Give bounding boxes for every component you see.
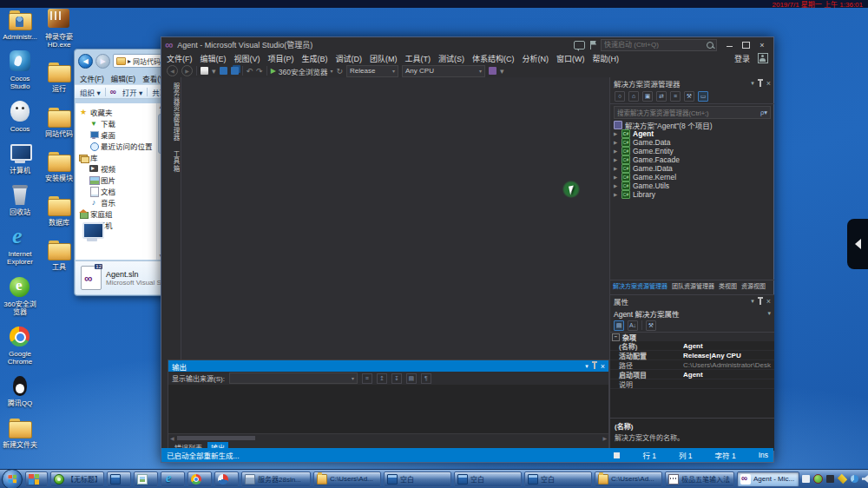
save-icon[interactable]	[220, 67, 227, 75]
scroll-left-icon[interactable]: ◀	[170, 435, 174, 441]
close-icon[interactable]: ×	[766, 297, 771, 306]
property-row[interactable]: 启动项目 Agent	[610, 370, 774, 379]
alphabetical-icon[interactable]: A↓	[628, 320, 638, 331]
minimize-button[interactable]	[721, 39, 737, 50]
taskbar-button[interactable]	[214, 472, 239, 487]
desktop-icon[interactable]: 工具	[40, 239, 78, 271]
menu-item[interactable]: 生成(B)	[302, 53, 328, 64]
property-row[interactable]: 路径 C:\Users\Administrator\Desk	[610, 360, 774, 370]
explorer-nav-item[interactable]: 图片	[76, 174, 156, 185]
expander-icon[interactable]: ▶	[614, 157, 619, 162]
menu-item[interactable]: 项目(P)	[268, 53, 294, 64]
pin-icon[interactable]	[594, 363, 595, 369]
taskbar-button[interactable]	[134, 472, 158, 487]
new-file-icon[interactable]	[201, 67, 208, 75]
collapse-all-icon[interactable]: ≡	[670, 91, 681, 102]
taskbar-button[interactable]	[187, 472, 212, 487]
home-icon[interactable]: ⌂	[628, 91, 639, 102]
output-text-area[interactable]	[168, 385, 608, 433]
desktop-icon[interactable]: Internet Explorer	[2, 226, 38, 266]
close-icon[interactable]: ×	[601, 362, 605, 371]
sidebar-expand-tab[interactable]	[847, 219, 868, 269]
quick-launch-input[interactable]	[602, 41, 707, 49]
explorer-nav-item[interactable]: 库	[76, 151, 156, 162]
taskbar-button[interactable]: 极品五笔输入法	[665, 472, 734, 487]
desktop-icon[interactable]: Cocos	[2, 101, 38, 133]
taskbar-button[interactable]: 服务器28sln...	[241, 472, 311, 487]
desktop-icon[interactable]: 安装模块	[40, 150, 78, 182]
explorer-nav-item[interactable]: 最近访问的位置	[76, 140, 156, 151]
quick-launch-box[interactable]	[601, 39, 717, 51]
desktop-icon[interactable]: 计算机	[2, 142, 38, 175]
desktop-icon[interactable]: 360安全浏览器	[2, 276, 38, 316]
menu-item[interactable]: 窗口(W)	[556, 53, 585, 64]
navigate-back-icon[interactable]: ◀	[167, 65, 178, 76]
start-button[interactable]	[2, 469, 23, 488]
desktop-icon[interactable]: 网站代码	[40, 106, 78, 138]
switch-views-icon[interactable]: ▣	[642, 91, 653, 102]
scroll-right-icon[interactable]: ▶	[602, 435, 607, 441]
expander-icon[interactable]: ▶	[614, 183, 619, 188]
visual-studio-window[interactable]: ∞ Agent - Microsoft Visual Studio(管理员) ×…	[161, 36, 774, 463]
expander-icon[interactable]: ▶	[614, 192, 619, 197]
pin-icon[interactable]	[760, 81, 761, 87]
solution-tree-project[interactable]: ▶ Agent	[610, 129, 774, 138]
taskbar-button[interactable]: 【无标题】...	[50, 472, 104, 487]
maximize-button[interactable]	[738, 39, 753, 50]
properties-category-row[interactable]: − 杂项	[610, 333, 774, 341]
property-row[interactable]: (名称) Agent	[610, 341, 774, 351]
update-tray-icon[interactable]	[851, 475, 858, 483]
volume-icon[interactable]	[862, 475, 868, 483]
menu-item[interactable]: 文件(F)	[167, 53, 193, 64]
save-all-icon[interactable]	[231, 67, 239, 75]
tool-window-tab[interactable]: 团队资源管理器	[672, 281, 714, 290]
solution-platform-dropdown[interactable]: Any CPU▾	[402, 65, 485, 77]
taskbar-button[interactable]: 空白	[524, 472, 592, 487]
taskbar-button[interactable]: C:\Users\Ad...	[595, 472, 662, 487]
expander-icon[interactable]: ▶	[614, 148, 619, 154]
back-icon[interactable]: ○	[615, 91, 625, 102]
explorer-nav-item[interactable]: 家庭组	[76, 208, 156, 219]
desktop-icon[interactable]: 腾讯QQ	[2, 375, 38, 407]
desktop-icon[interactable]: Google Chrome	[2, 326, 38, 366]
user-account-icon[interactable]	[758, 53, 768, 63]
taskbar-button[interactable]	[161, 472, 185, 487]
desktop-icon[interactable]: 数据库	[40, 195, 78, 227]
tool-window-tab[interactable]: 资源视图	[741, 281, 766, 290]
scrollbar-thumb[interactable]	[177, 436, 255, 440]
desktop-icon[interactable]: 回收站	[2, 184, 38, 216]
back-icon[interactable]: ◀	[78, 54, 93, 69]
window-position-icon[interactable]: ▾	[751, 298, 754, 305]
desktop-icon[interactable]: 新建文件夹	[2, 417, 38, 449]
properties-icon[interactable]: ⚒	[684, 91, 694, 102]
taskbar-button[interactable]: C:\Users\Ad...	[313, 472, 381, 487]
solution-explorer-title-bar[interactable]: 解决方案资源管理器 ▾ ×	[610, 77, 774, 89]
side-tab[interactable]: 工具箱	[161, 150, 181, 173]
categorized-icon[interactable]: ▤	[614, 320, 624, 331]
expander-icon[interactable]: ▶	[614, 140, 619, 145]
solution-config-dropdown[interactable]: Release▾	[346, 65, 398, 77]
forward-icon[interactable]: ▶	[95, 54, 110, 69]
solution-root-row[interactable]: 解决方案"Agent"(8 个项目)	[610, 121, 774, 129]
close-icon[interactable]: ×	[766, 79, 771, 88]
property-row[interactable]: 说明	[610, 379, 774, 389]
sign-in-link[interactable]: 登录	[734, 53, 750, 64]
output-source-dropdown[interactable]: ▾	[229, 373, 358, 384]
pin-icon[interactable]	[760, 299, 761, 305]
refresh-icon[interactable]: ↻	[336, 67, 343, 76]
tool-window-tab[interactable]: 类视图	[719, 281, 737, 290]
solution-search-box[interactable]: 搜索解决方案资源管理器(Ctrl+;) ρ▾	[614, 106, 771, 119]
solution-tree-project[interactable]: ▶ Game.Entity	[610, 147, 774, 155]
expander-icon[interactable]: ▶	[614, 175, 619, 180]
output-hscrollbar[interactable]: ◀ ▶	[168, 433, 608, 442]
word-wrap-icon[interactable]: ¶	[421, 373, 431, 384]
redo-icon[interactable]: ↷	[256, 67, 263, 76]
properties-object-selector[interactable]: Agent 解决方案属性 ▾	[610, 307, 774, 319]
menu-item[interactable]: 编辑(E)	[201, 53, 227, 64]
menu-item[interactable]: 调试(D)	[336, 53, 363, 64]
find-message-icon[interactable]: ≡	[362, 373, 372, 384]
attach-icon[interactable]	[489, 67, 496, 75]
solution-tree-project[interactable]: ▶ Game.Utils	[610, 181, 774, 190]
security-shield-icon[interactable]	[838, 474, 847, 484]
organize-button[interactable]: 组织 ▾	[80, 87, 101, 97]
